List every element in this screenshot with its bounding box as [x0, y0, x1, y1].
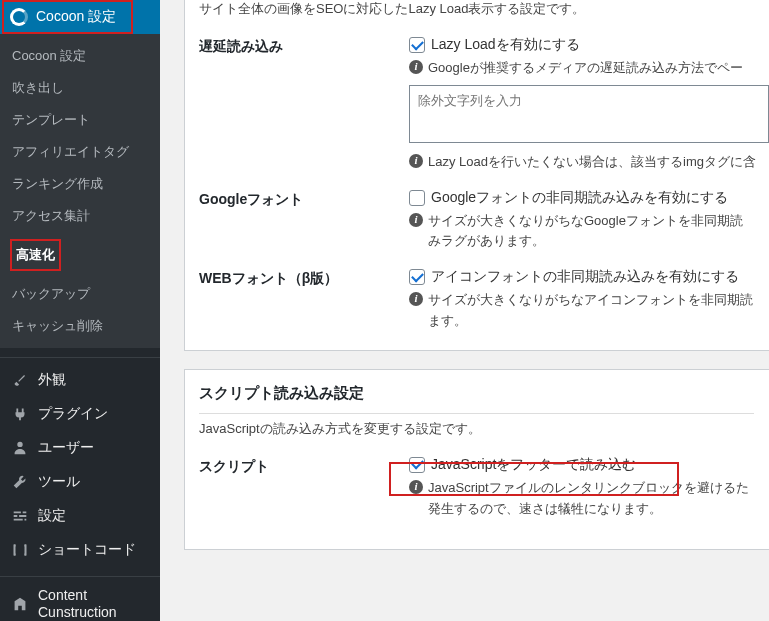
panel-lazyload: サイト全体の画像をSEOに対応したLazy Load表示する設定です。 遅延読み…	[184, 0, 769, 351]
settings-content: サイト全体の画像をSEOに対応したLazy Load表示する設定です。 遅延読み…	[160, 0, 769, 621]
checkbox-lazy-load[interactable]: Lazy Loadを有効にする	[409, 36, 769, 54]
sidebar-current-section[interactable]: Cocoon 設定	[0, 0, 160, 34]
submenu-item-active[interactable]: 高速化	[0, 232, 160, 278]
menu-shortcode[interactable]: ショートコード	[0, 533, 160, 567]
user-icon	[10, 438, 30, 458]
checkbox-icon[interactable]	[409, 37, 425, 53]
menu-tools[interactable]: ツール	[0, 465, 160, 499]
submenu-item[interactable]: アクセス集計	[0, 200, 160, 232]
menu-content-construction[interactable]: Content Cunstruction	[0, 582, 160, 621]
info-icon: i	[409, 154, 423, 168]
row-label: スクリプト	[199, 456, 409, 476]
submenu-item[interactable]: キャッシュ削除	[0, 310, 160, 342]
row-label: Googleフォント	[199, 189, 409, 209]
checkbox-icon[interactable]	[409, 269, 425, 285]
panel-intro: サイト全体の画像をSEOに対応したLazy Load表示する設定です。	[199, 0, 754, 18]
submenu-item[interactable]: アフィリエイトタグ	[0, 136, 160, 168]
menu-settings[interactable]: 設定	[0, 499, 160, 533]
menu-separator	[0, 353, 160, 358]
checkbox-icon[interactable]	[409, 190, 425, 206]
sliders-icon	[10, 506, 30, 526]
wrench-icon	[10, 472, 30, 492]
submenu-item[interactable]: テンプレート	[0, 104, 160, 136]
brackets-icon	[10, 540, 30, 560]
cocoon-icon	[10, 8, 28, 26]
checkbox-web-font[interactable]: アイコンフォントの非同期読み込みを有効にする	[409, 268, 754, 286]
menu-plugins[interactable]: プラグイン	[0, 397, 160, 431]
checkbox-js-footer[interactable]: JavaScriptをフッターで読み込む	[409, 456, 754, 474]
submenu-item[interactable]: Cocoon 設定	[0, 40, 160, 72]
row-script: スクリプト JavaScriptをフッターで読み込む iJavaScriptファ…	[199, 456, 754, 520]
sidebar-submenu: Cocoon 設定 吹き出し テンプレート アフィリエイトタグ ランキング作成 …	[0, 34, 160, 348]
menu-separator	[0, 572, 160, 577]
row-label: 遅延読み込み	[199, 36, 409, 56]
panel-script: スクリプト読み込み設定 JavaScriptの読み込み方式を変更する設定です。 …	[184, 369, 769, 551]
sidebar-top-label: Cocoon 設定	[36, 8, 116, 26]
help-text: iサイズが大きくなりがちなGoogleフォントを非同期読みラグがあります。	[409, 211, 754, 253]
exclude-textarea[interactable]	[409, 85, 769, 143]
section-header: スクリプト読み込み設定	[199, 384, 754, 414]
building-icon	[10, 594, 30, 614]
info-icon: i	[409, 480, 423, 494]
plug-icon	[10, 404, 30, 424]
admin-sidebar: Cocoon 設定 Cocoon 設定 吹き出し テンプレート アフィリエイトタ…	[0, 0, 160, 621]
help-text: iJavaScriptファイルのレンタリンクブロックを避けるた発生するので、速さ…	[409, 478, 754, 520]
info-icon: i	[409, 60, 423, 74]
submenu-item[interactable]: 吹き出し	[0, 72, 160, 104]
menu-appearance[interactable]: 外観	[0, 363, 160, 397]
submenu-item[interactable]: ランキング作成	[0, 168, 160, 200]
row-label: WEBフォント（β版）	[199, 268, 409, 288]
main-menu: 外観 プラグイン ユーザー ツール 設定 ショートコード Content Cun…	[0, 363, 160, 621]
info-icon: i	[409, 292, 423, 306]
help-text: iGoogleが推奨するメディアの遅延読み込み方法でペー	[409, 58, 769, 79]
row-google-font: Googleフォント Googleフォントの非同期読み込みを有効にする iサイズ…	[199, 189, 754, 253]
info-icon: i	[409, 213, 423, 227]
menu-users[interactable]: ユーザー	[0, 431, 160, 465]
row-web-font: WEBフォント（β版） アイコンフォントの非同期読み込みを有効にする iサイズが…	[199, 268, 754, 332]
checkbox-icon[interactable]	[409, 457, 425, 473]
submenu-item[interactable]: バックアップ	[0, 278, 160, 310]
help-text: iサイズが大きくなりがちなアイコンフォントを非同期読ます。	[409, 290, 754, 332]
help-text: iLazy Loadを行いたくない場合は、該当するimgタグに含	[409, 152, 769, 173]
brush-icon	[10, 370, 30, 390]
checkbox-google-font[interactable]: Googleフォントの非同期読み込みを有効にする	[409, 189, 754, 207]
row-lazy-load: 遅延読み込み Lazy Loadを有効にする iGoogleが推奨するメディアの…	[199, 36, 754, 173]
panel-intro: JavaScriptの読み込み方式を変更する設定です。	[199, 420, 754, 438]
